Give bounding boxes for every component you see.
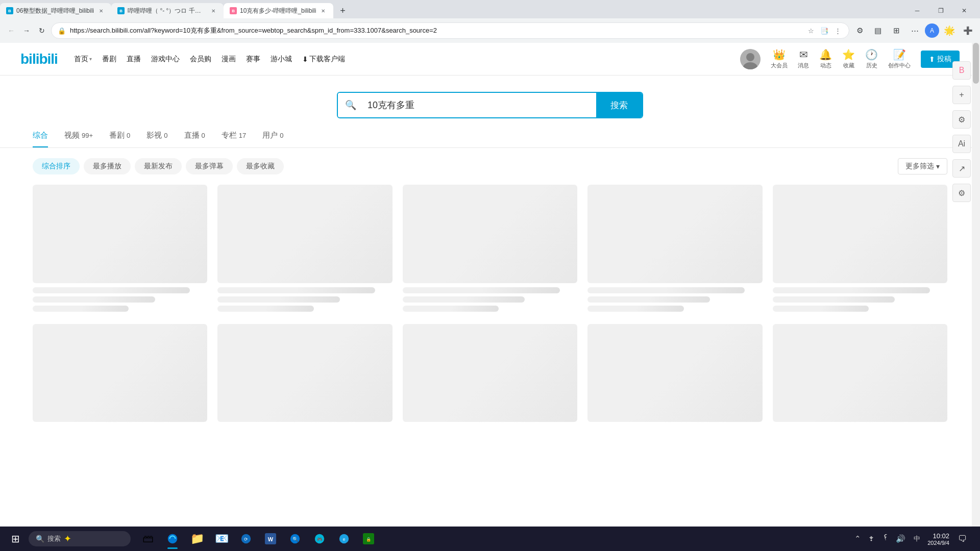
- tab-favicon-2: B: [117, 7, 125, 14]
- header-action-message[interactable]: ✉ 消息: [798, 48, 809, 69]
- video-card-9[interactable]: [587, 324, 762, 422]
- nav-esports[interactable]: 赛事: [246, 55, 260, 64]
- nav-game-mini[interactable]: 游小城: [271, 55, 292, 64]
- taskbar-app-search[interactable]: 🔍: [284, 528, 306, 550]
- maximize-button[interactable]: ❐: [929, 3, 952, 18]
- skeleton-meta-3: [403, 296, 525, 303]
- taskbar-volume-icon[interactable]: 🔊: [895, 533, 906, 544]
- video-card-5[interactable]: [773, 185, 947, 312]
- extensions-icon[interactable]: ⚙: [851, 22, 868, 39]
- tab-column[interactable]: 专栏 17: [222, 131, 246, 147]
- extension-btn-2[interactable]: ➕: [960, 22, 976, 39]
- nav-download[interactable]: ⬇ 下载客户端: [302, 55, 345, 64]
- video-card-8[interactable]: [403, 324, 577, 422]
- taskbar-app-taskview[interactable]: 🗃: [137, 528, 159, 550]
- settings-icon[interactable]: ⋯: [906, 22, 923, 39]
- reload-button[interactable]: ↻: [35, 23, 49, 38]
- video-card-4[interactable]: [587, 185, 762, 312]
- nav-anime[interactable]: 番剧: [102, 55, 116, 64]
- sidebar-icon[interactable]: ▤: [870, 22, 886, 39]
- video-card-3[interactable]: [403, 185, 577, 312]
- close-button[interactable]: ✕: [952, 3, 976, 18]
- user-avatar[interactable]: [740, 49, 761, 69]
- video-card-2[interactable]: [217, 185, 392, 312]
- side-icon-settings-1[interactable]: ⚙: [952, 110, 971, 129]
- new-tab-button[interactable]: +: [335, 4, 350, 18]
- search-results-grid: [0, 185, 980, 438]
- taskbar-wifi-icon[interactable]: [880, 533, 891, 545]
- tab-user[interactable]: 用户 0: [262, 131, 283, 147]
- taskbar-app-word[interactable]: W: [259, 528, 282, 550]
- tab-anime[interactable]: 番剧 0: [109, 131, 130, 147]
- scrollbar-track[interactable]: [972, 43, 980, 551]
- video-card-6[interactable]: [33, 324, 207, 422]
- header-action-create[interactable]: 📝 创作中心: [888, 48, 911, 69]
- header-action-vip[interactable]: 👑 大会员: [771, 48, 788, 69]
- tab-close-1[interactable]: ✕: [97, 7, 105, 15]
- language-indicator[interactable]: 中: [911, 532, 923, 545]
- tab-live[interactable]: 直播 0: [184, 131, 205, 147]
- search-button[interactable]: 搜索: [596, 93, 642, 117]
- side-icon-share[interactable]: ↗: [952, 159, 971, 178]
- extension-btn-1[interactable]: 🌟: [941, 22, 958, 39]
- back-button[interactable]: ←: [4, 23, 18, 38]
- notification-button[interactable]: 🗨: [953, 530, 972, 548]
- nav-home[interactable]: 首页 ▾: [74, 55, 92, 64]
- filter-most-favorites[interactable]: 最多收藏: [237, 158, 284, 174]
- taskbar-app-refresh[interactable]: ⟳: [235, 528, 257, 550]
- star-icon[interactable]: ☆: [806, 26, 816, 36]
- dynamic-icon: 🔔: [819, 48, 832, 61]
- browser-tab-3[interactable]: B 10克有多少-哔哩哔哩_bilibili ✕: [224, 3, 333, 18]
- taskbar-app-game[interactable]: 🎮: [308, 528, 331, 550]
- filter-newest[interactable]: 最新发布: [135, 158, 182, 174]
- browser-tab-2[interactable]: B 哔哩哔哩（ °- °）つロ 千杯~-bilibili ✕: [111, 3, 224, 18]
- nav-manga[interactable]: 漫画: [222, 55, 236, 64]
- search-input[interactable]: [363, 93, 596, 117]
- nav-live[interactable]: 直播: [127, 55, 141, 64]
- side-icon-settings-2[interactable]: ⚙: [952, 184, 971, 202]
- tab-video[interactable]: 视频 99+: [64, 131, 93, 147]
- browser-tab-1[interactable]: B 06整型数据_哔哩哔哩_bilibili ✕: [0, 3, 111, 18]
- svg-text:🎮: 🎮: [317, 537, 323, 542]
- taskbar-chevron-icon[interactable]: ⌃: [853, 533, 862, 544]
- more-icon[interactable]: ⋮: [832, 26, 843, 36]
- header-action-history[interactable]: 🕐 历史: [865, 48, 878, 69]
- taskbar-app-explorer[interactable]: 📁: [186, 528, 208, 550]
- nav-shop[interactable]: 会员购: [190, 55, 211, 64]
- tab-close-3[interactable]: ✕: [319, 7, 327, 15]
- taskbar-app-security[interactable]: 🔒: [357, 528, 380, 550]
- bilibili-logo[interactable]: bilibili: [20, 51, 58, 67]
- message-icon: ✉: [799, 48, 808, 61]
- video-card-10[interactable]: [773, 324, 947, 422]
- taskbar-app-ie[interactable]: e: [333, 528, 355, 550]
- start-button[interactable]: ⊞: [4, 528, 27, 550]
- side-icon-add[interactable]: +: [952, 86, 971, 104]
- filter-most-danmaku[interactable]: 最多弹幕: [186, 158, 233, 174]
- taskbar-network-icon[interactable]: [866, 533, 876, 545]
- taskbar-search[interactable]: 🔍 搜索 ✦: [29, 531, 131, 546]
- more-filter-button[interactable]: 更多筛选 ▾: [898, 158, 947, 174]
- side-icon-bilibili[interactable]: B: [952, 61, 971, 80]
- profile-icon[interactable]: A: [925, 23, 939, 38]
- header-action-favorite[interactable]: ⭐ 收藏: [842, 48, 855, 69]
- filter-most-played[interactable]: 最多播放: [84, 158, 131, 174]
- forward-button[interactable]: →: [19, 23, 34, 38]
- split-icon[interactable]: ⊞: [888, 22, 904, 39]
- header-action-dynamic[interactable]: 🔔 动态: [819, 48, 832, 69]
- taskbar-app-edge[interactable]: [161, 528, 184, 550]
- video-card-1[interactable]: [33, 185, 207, 312]
- scrollbar-thumb[interactable]: [973, 43, 979, 84]
- taskbar-app-mail[interactable]: 📧: [210, 528, 233, 550]
- tab-comprehensive[interactable]: 综合: [33, 131, 48, 147]
- filter-comprehensive[interactable]: 综合排序: [33, 158, 80, 174]
- nav-game-center[interactable]: 游戏中心: [151, 55, 180, 64]
- minimize-button[interactable]: ─: [905, 3, 929, 18]
- taskbar-clock[interactable]: 10:02 2024/9/4: [927, 532, 949, 546]
- address-bar[interactable]: 🔒 https://search.bilibili.com/all?keywor…: [51, 22, 849, 39]
- video-card-7[interactable]: [217, 324, 392, 422]
- side-icon-ai[interactable]: Ai: [952, 135, 971, 153]
- tab-close-2[interactable]: ✕: [209, 7, 217, 15]
- tab-bar: B 06整型数据_哔哩哔哩_bilibili ✕ B 哔哩哔哩（ °- °）つロ…: [0, 0, 980, 18]
- collection-icon[interactable]: 📑: [819, 26, 829, 36]
- tab-film[interactable]: 影视 0: [146, 131, 167, 147]
